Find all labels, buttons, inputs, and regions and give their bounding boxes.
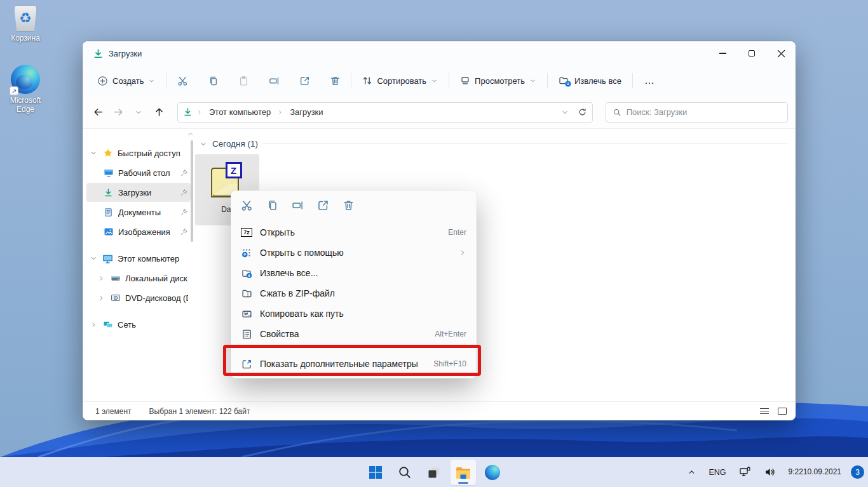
pin-icon — [180, 228, 188, 236]
chevron-up-icon — [688, 468, 696, 476]
sidebar-item-this-pc[interactable]: Этот компьютер — [86, 249, 191, 268]
cut-icon[interactable] — [241, 199, 253, 211]
delete-button[interactable] — [324, 70, 346, 91]
desktop-icon-recycle-bin[interactable]: ♻ Корзина — [0, 5, 51, 43]
ethernet-icon — [739, 466, 751, 478]
desktop-icon-label: Microsoft Edge — [0, 96, 51, 114]
chevron-down-icon — [200, 140, 207, 148]
new-button[interactable]: Создать — [92, 71, 161, 91]
extract-all-button[interactable]: Извлечь все — [553, 71, 627, 90]
maximize-icon — [749, 50, 755, 57]
see-more-button[interactable]: … — [638, 75, 661, 86]
menu-item-show-more-options[interactable]: Показать дополнительные параметры Shift+… — [231, 351, 477, 377]
window-title: Загрузки — [109, 49, 142, 58]
sidebar-item-quick-access[interactable]: Быстрый доступ — [86, 143, 191, 163]
paste-button[interactable] — [233, 70, 254, 91]
taskbar: ENG 9:22 10.09.2021 3 — [0, 457, 868, 487]
back-button[interactable] — [90, 104, 107, 121]
taskbar-search-button[interactable] — [392, 460, 417, 485]
menu-item-copy-as-path[interactable]: Копировать как путь — [231, 304, 477, 324]
rename-icon — [269, 76, 280, 86]
sidebar-item-label: Этот компьютер — [118, 254, 179, 264]
large-icons-view-button[interactable] — [778, 408, 787, 415]
menu-item-label: Свойства — [260, 329, 299, 339]
extract-all-icon — [241, 267, 252, 279]
notification-badge[interactable]: 3 — [851, 465, 864, 479]
context-menu: 7z Открыть Enter Открыть с помощью Извле… — [231, 190, 477, 378]
disk-icon — [110, 273, 121, 284]
menu-item-compress-zip[interactable]: Сжать в ZIP-файл — [231, 283, 477, 304]
scrollbar-up-icon[interactable] — [187, 130, 194, 138]
copy-icon[interactable] — [266, 199, 278, 211]
start-button[interactable] — [363, 460, 388, 485]
close-button[interactable] — [766, 41, 796, 65]
recent-locations-button[interactable] — [131, 104, 147, 121]
downloads-icon — [93, 48, 104, 59]
menu-item-properties[interactable]: Свойства Alt+Enter — [231, 324, 477, 344]
show-hidden-icons-button[interactable] — [683, 461, 700, 484]
sidebar-item-local-disk[interactable]: Локальный диск ( — [86, 269, 191, 288]
delete-icon[interactable] — [342, 199, 355, 211]
sidebar-item-downloads[interactable]: Загрузки — [86, 183, 191, 202]
pin-icon — [180, 208, 188, 217]
address-bar[interactable]: Этот компьютер Загрузки — [177, 102, 593, 123]
address-dropdown-chevron-icon[interactable] — [561, 109, 569, 116]
copy-icon — [208, 76, 219, 86]
maximize-button[interactable] — [737, 41, 766, 65]
sort-button-label: Сортировать — [377, 76, 426, 86]
new-button-label: Создать — [112, 76, 144, 86]
sidebar-item-dvd-drive[interactable]: DVD-дисковод (D: — [86, 288, 191, 307]
breadcrumb-this-pc[interactable]: Этот компьютер — [207, 106, 273, 118]
sidebar-item-documents[interactable]: Документы — [86, 203, 191, 222]
desktop-icon-edge[interactable]: ↗ Microsoft Edge — [0, 65, 51, 114]
menu-item-open[interactable]: 7z Открыть Enter — [231, 222, 477, 243]
sidebar-scrollbar[interactable] — [191, 140, 193, 242]
forward-icon — [113, 107, 124, 117]
view-button[interactable]: Просмотреть — [454, 71, 542, 90]
sidebar-item-pictures[interactable]: Изображения — [86, 222, 191, 241]
menu-item-extract-all[interactable]: Извлечь все... — [231, 263, 477, 283]
clock[interactable]: 9:22 10.09.2021 — [784, 461, 846, 484]
task-view-button[interactable] — [421, 460, 447, 485]
up-button[interactable] — [151, 104, 167, 121]
share-button[interactable] — [294, 70, 315, 91]
language-indicator[interactable]: ENG — [704, 461, 730, 484]
rename-icon[interactable] — [292, 199, 304, 211]
search-input[interactable]: Поиск: Загрузки — [606, 102, 788, 123]
sidebar-item-label: Сеть — [118, 320, 136, 330]
sidebar-item-network[interactable]: Сеть — [86, 315, 191, 334]
breadcrumb-downloads[interactable]: Загрузки — [287, 106, 325, 118]
minimize-icon — [719, 53, 726, 53]
group-header[interactable]: Сегодня (1) — [200, 139, 787, 149]
sidebar-item-label: Локальный диск ( — [125, 274, 188, 283]
shortcut-arrow-icon: ↗ — [10, 86, 18, 95]
details-view-button[interactable] — [760, 408, 769, 415]
refresh-icon[interactable] — [578, 107, 587, 117]
share-icon[interactable] — [317, 199, 329, 211]
volume-tray-button[interactable] — [759, 461, 780, 484]
edge-icon — [485, 465, 500, 480]
extract-all-icon — [559, 76, 570, 86]
menu-item-open-with[interactable]: Открыть с помощью — [231, 243, 477, 263]
menu-item-label: Сжать в ZIP-файл — [260, 288, 335, 298]
network-tray-button[interactable] — [735, 461, 756, 484]
copy-button[interactable] — [202, 70, 224, 91]
file-explorer-taskbar-button[interactable] — [451, 460, 476, 485]
sidebar-item-label: DVD-дисковод (D: — [125, 293, 188, 303]
pin-icon — [180, 169, 188, 177]
address-bar-row: Этот компьютер Загрузки Поиск: Загрузки — [83, 96, 796, 129]
edge-logo-icon: ↗ — [11, 65, 40, 94]
edge-taskbar-button[interactable] — [480, 460, 505, 485]
dvd-icon — [110, 293, 121, 304]
cut-button[interactable] — [172, 70, 193, 91]
pictures-icon — [103, 227, 114, 237]
forward-button[interactable] — [111, 104, 127, 121]
chevron-down-icon — [431, 77, 438, 84]
sidebar-item-desktop[interactable]: Рабочий стол — [86, 163, 191, 182]
menu-item-label: Открыть с помощью — [260, 248, 344, 258]
speaker-icon — [764, 466, 776, 478]
file-explorer-icon — [455, 465, 471, 480]
minimize-button[interactable] — [708, 41, 737, 65]
sort-button[interactable]: Сортировать — [356, 71, 444, 90]
rename-button[interactable] — [263, 70, 285, 91]
